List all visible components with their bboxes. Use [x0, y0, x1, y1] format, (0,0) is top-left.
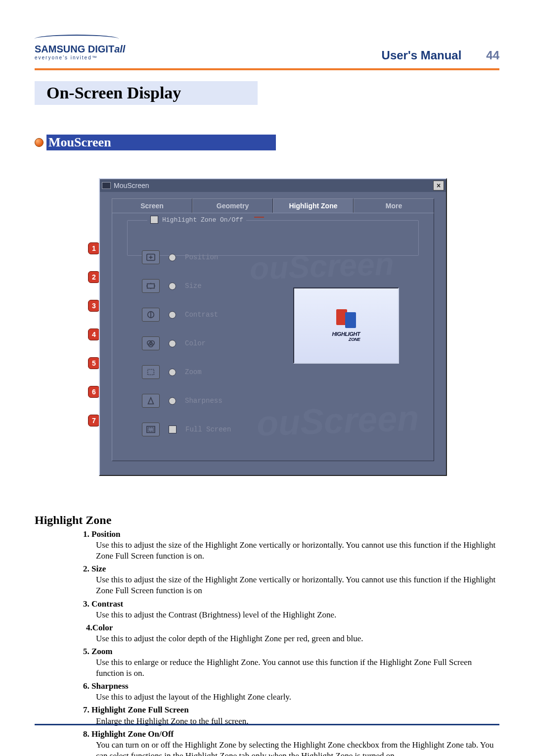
highlight-zone-icon	[336, 309, 356, 329]
preview-pane: HIGHLIGHTZONE	[293, 287, 399, 364]
svg-rect-10	[148, 427, 154, 431]
color-label: Color	[185, 339, 206, 347]
zoom-icon	[142, 365, 160, 379]
list-item: 3. ContrastUse this to adjust the Contra…	[96, 599, 499, 620]
section-banner: MouScreen	[35, 135, 499, 150]
color-icon	[142, 336, 160, 350]
size-icon	[142, 279, 160, 293]
list-item: 6. SharpnessUse this to adjust the layou…	[96, 681, 499, 703]
close-icon: ×	[437, 182, 441, 189]
position-radio[interactable]	[169, 254, 176, 261]
header-rule	[35, 68, 499, 70]
highlight-onoff-label: Highlight Zone On/Off	[162, 216, 243, 224]
list-item: 1. PositionUse this to adjust the size o…	[96, 529, 499, 562]
watermark-icon: ouScreen	[256, 397, 420, 443]
tab-geometry[interactable]: Geometry	[192, 198, 273, 213]
tab-panel: ouScreen ouScreen Highlight Zone On/Off …	[112, 213, 434, 461]
svg-rect-8	[148, 370, 154, 375]
tabs: Screen Geometry Highlight Zone More	[100, 192, 446, 213]
fullscreen-checkbox[interactable]	[169, 425, 177, 433]
footer-rule	[35, 724, 499, 725]
section-name: MouScreen	[48, 135, 111, 150]
sharpness-label: Sharpness	[185, 397, 222, 405]
header-title: User's Manual	[382, 48, 462, 62]
zoom-radio[interactable]	[169, 369, 176, 376]
color-radio[interactable]	[169, 340, 176, 347]
list-item: 4.ColorUse this to adjust the color dept…	[96, 622, 499, 644]
page-number: 44	[465, 48, 499, 62]
bullet-icon	[35, 138, 44, 147]
list-item: 5. ZoomUse this to enlarge or reduce the…	[96, 646, 499, 679]
sharpness-radio[interactable]	[169, 397, 176, 405]
content-heading: Highlight Zone	[35, 514, 499, 527]
sharpness-icon	[142, 394, 160, 408]
brand-block: SAMSUNG DIGITall everyone's invited™ Use…	[35, 35, 499, 64]
highlight-onoff-checkbox[interactable]	[150, 216, 158, 224]
brand-name: SAMSUNG DIGITall	[35, 44, 125, 54]
app-icon	[102, 182, 111, 189]
tab-highlight-zone[interactable]: Highlight Zone	[273, 198, 354, 213]
contrast-radio[interactable]	[169, 311, 176, 319]
content-list: 1. PositionUse this to adjust the size o…	[35, 529, 499, 756]
preview-label: HIGHLIGHTZONE	[332, 331, 360, 342]
position-label: Position	[185, 253, 218, 261]
position-icon	[142, 250, 160, 264]
callout-8-connector	[254, 217, 264, 218]
titlebar: MouScreen ×	[100, 179, 446, 192]
header-right: User's Manual 44	[382, 48, 499, 62]
list-item: 8. Highlight Zone On/OffYou can turn on …	[96, 729, 499, 756]
page-title: On-Screen Display	[46, 84, 181, 102]
size-label: Size	[185, 282, 202, 290]
fullscreen-icon	[142, 423, 160, 436]
tab-screen[interactable]: Screen	[112, 198, 192, 213]
zoom-label: Zoom	[185, 368, 202, 376]
contrast-label: Contrast	[185, 311, 218, 319]
tab-more[interactable]: More	[354, 198, 434, 213]
contrast-icon	[142, 308, 160, 322]
list-item: 7. Highlight Zone Full ScreenEnlarge the…	[96, 705, 499, 726]
svg-rect-3	[147, 284, 154, 288]
mouscreen-dialog: MouScreen × Screen Geometry Highlight Zo…	[99, 178, 447, 476]
size-radio[interactable]	[169, 283, 176, 290]
fullscreen-label: Full Screen	[185, 425, 231, 433]
close-button[interactable]: ×	[433, 181, 444, 190]
list-item: 2. SizeUse this to adjust the size of th…	[96, 564, 499, 596]
osd-title-bar: On-Screen Display	[35, 81, 499, 105]
dialog-title: MouScreen	[114, 182, 149, 189]
